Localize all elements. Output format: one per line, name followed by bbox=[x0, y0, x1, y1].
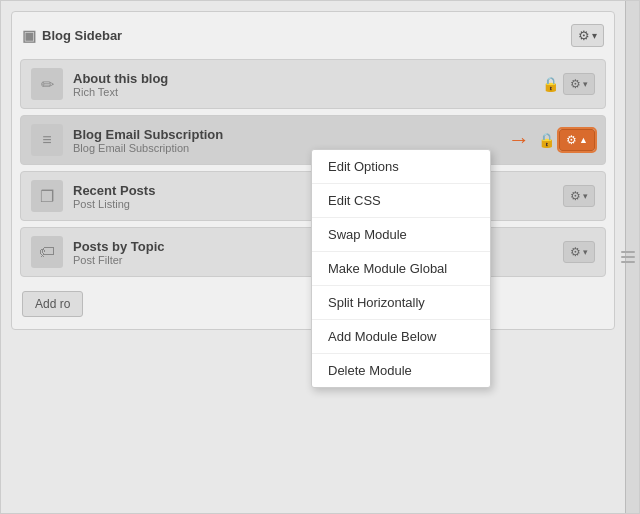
module-actions-about: 🔒 ⚙ ▾ bbox=[542, 73, 595, 95]
orange-arrow-indicator: → bbox=[508, 127, 530, 153]
dropdown-item-add-module-below[interactable]: Add Module Below bbox=[312, 320, 490, 354]
recent-icon: ❐ bbox=[40, 187, 54, 206]
gear-button-about[interactable]: ⚙ ▾ bbox=[563, 73, 595, 95]
right-scrollbar[interactable] bbox=[625, 1, 639, 513]
dropdown-arrow-about: ▾ bbox=[583, 79, 588, 89]
panel-icon: ▣ bbox=[22, 27, 36, 45]
panel-title-text: Blog Sidebar bbox=[42, 28, 122, 43]
module-actions-email: → 🔒 ⚙ ▲ bbox=[508, 127, 595, 153]
panel-gear-button[interactable]: ⚙ ▾ bbox=[571, 24, 604, 47]
dropdown-arrow-topics: ▾ bbox=[583, 247, 588, 257]
gear-button-topics[interactable]: ⚙ ▾ bbox=[563, 241, 595, 263]
dropdown-item-split-horizontally[interactable]: Split Horizontally bbox=[312, 286, 490, 320]
module-icon-recent: ❐ bbox=[31, 180, 63, 212]
gear-icon-recent: ⚙ bbox=[570, 189, 581, 203]
module-actions-topics: ⚙ ▾ bbox=[563, 241, 595, 263]
email-icon: ≡ bbox=[42, 131, 51, 149]
scroll-lines bbox=[621, 251, 635, 263]
outer-container: ▣ Blog Sidebar ⚙ ▾ ✏ About this blog Ric… bbox=[0, 0, 640, 514]
lock-icon-about: 🔒 bbox=[542, 76, 559, 92]
module-info-about: About this blog Rich Text bbox=[73, 71, 532, 98]
lock-icon-email: 🔒 bbox=[538, 132, 555, 148]
dropdown-item-edit-options[interactable]: Edit Options bbox=[312, 150, 490, 184]
module-subtitle-about: Rich Text bbox=[73, 86, 532, 98]
dropdown-arrow-email: ▲ bbox=[579, 135, 588, 145]
module-row-about: ✏ About this blog Rich Text 🔒 ⚙ ▾ bbox=[20, 59, 606, 109]
dropdown-item-delete-module[interactable]: Delete Module bbox=[312, 354, 490, 387]
module-title-email: Blog Email Subscription bbox=[73, 127, 498, 142]
module-title-about: About this blog bbox=[73, 71, 532, 86]
panel-dropdown-arrow-icon: ▾ bbox=[592, 30, 597, 41]
gear-icon-topics: ⚙ bbox=[570, 245, 581, 259]
edit-icon: ✏ bbox=[41, 75, 54, 94]
dropdown-arrow-recent: ▾ bbox=[583, 191, 588, 201]
module-icon-email: ≡ bbox=[31, 124, 63, 156]
module-icon-topics: 🏷 bbox=[31, 236, 63, 268]
panel-gear-icon: ⚙ bbox=[578, 28, 590, 43]
dropdown-item-swap-module[interactable]: Swap Module bbox=[312, 218, 490, 252]
dropdown-menu: Edit Options Edit CSS Swap Module Make M… bbox=[311, 149, 491, 388]
topics-icon: 🏷 bbox=[39, 243, 55, 261]
module-icon-about: ✏ bbox=[31, 68, 63, 100]
dropdown-item-edit-css[interactable]: Edit CSS bbox=[312, 184, 490, 218]
add-row-button[interactable]: Add ro bbox=[22, 291, 83, 317]
dropdown-item-make-global[interactable]: Make Module Global bbox=[312, 252, 490, 286]
panel-header: ▣ Blog Sidebar ⚙ ▾ bbox=[20, 20, 606, 51]
panel-title: ▣ Blog Sidebar bbox=[22, 27, 122, 45]
gear-button-email[interactable]: ⚙ ▲ bbox=[559, 129, 595, 151]
gear-icon-about: ⚙ bbox=[570, 77, 581, 91]
gear-button-recent[interactable]: ⚙ ▾ bbox=[563, 185, 595, 207]
module-actions-recent: ⚙ ▾ bbox=[563, 185, 595, 207]
gear-icon-email: ⚙ bbox=[566, 133, 577, 147]
